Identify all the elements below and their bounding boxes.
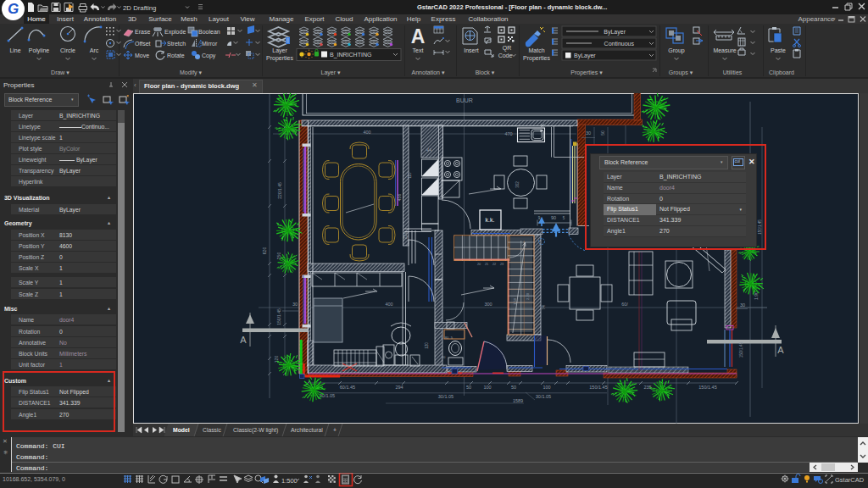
svg-text:Polyline: Polyline (29, 47, 50, 54)
svg-text:Layer: Layer (272, 47, 287, 54)
svg-text:Properties: Properties (266, 55, 293, 62)
svg-text:ByLayer: ByLayer (604, 29, 626, 36)
svg-text:Continuous: Continuous (604, 41, 635, 47)
svg-text:Measure: Measure (713, 47, 736, 53)
svg-text:400: 400 (363, 130, 370, 135)
svg-text:150/1.45: 150/1.45 (739, 341, 743, 358)
svg-text:150/1.45: 150/1.45 (698, 385, 716, 390)
svg-text:Stretch: Stretch (167, 41, 186, 47)
svg-text:B_INRICHTING: B_INRICHTING (330, 52, 371, 58)
svg-text:2D Drafting: 2D Drafting (123, 4, 156, 12)
svg-text:Rotate: Rotate (167, 53, 185, 58)
svg-text:110: 110 (408, 172, 412, 179)
svg-text:456: 456 (397, 194, 402, 202)
svg-text:Circle: Circle (60, 47, 75, 53)
svg-text:BUUR: BUUR (456, 97, 473, 103)
svg-text:Match: Match (528, 47, 544, 53)
svg-text:1:500: 1:500 (281, 477, 298, 485)
svg-text:60/1.45: 60/1.45 (340, 385, 355, 390)
svg-text:236: 236 (403, 232, 408, 240)
svg-text:20: 20 (477, 263, 481, 266)
svg-text:21: 21 (485, 263, 488, 266)
svg-text:2.20: 2.20 (526, 292, 530, 300)
svg-text:30: 30 (586, 130, 591, 136)
svg-text:100: 100 (483, 385, 491, 390)
svg-text:Erase: Erase (135, 29, 150, 35)
svg-text:5: 5 (563, 216, 565, 220)
svg-text:QR: QR (503, 45, 512, 52)
svg-text:44: 44 (426, 147, 431, 152)
svg-text:Arc: Arc (90, 47, 99, 53)
svg-text:90: 90 (442, 355, 446, 359)
svg-text:235: 235 (643, 385, 651, 390)
svg-text:300: 300 (484, 302, 492, 307)
svg-text:150/1.45: 150/1.45 (276, 308, 281, 325)
svg-text:Insert: Insert (464, 47, 479, 53)
svg-text:ByLayer: ByLayer (574, 53, 596, 59)
svg-text:Mirror: Mirror (202, 41, 218, 47)
svg-text:1589: 1589 (513, 398, 523, 403)
svg-text:30: 30 (292, 302, 298, 307)
svg-text:k.k.: k.k. (486, 217, 495, 223)
svg-text:30: 30 (740, 302, 745, 308)
svg-text:400: 400 (385, 302, 392, 307)
svg-text:1.50: 1.50 (513, 297, 517, 305)
svg-text:A: A (411, 25, 426, 47)
svg-text:60/: 60/ (621, 302, 628, 307)
svg-text:Move: Move (135, 53, 149, 58)
svg-text:470: 470 (504, 131, 512, 136)
svg-text:A: A (240, 335, 247, 345)
svg-text:74: 74 (541, 305, 546, 310)
svg-text:23: 23 (500, 263, 504, 266)
svg-text:Code: Code (498, 53, 513, 58)
svg-text:Properties: Properties (523, 55, 550, 62)
svg-text:100: 100 (542, 385, 550, 390)
svg-text:Explode: Explode (164, 29, 186, 36)
svg-text:90: 90 (551, 215, 556, 220)
svg-text:Copy: Copy (202, 53, 216, 59)
svg-text:Paste: Paste (771, 47, 786, 53)
svg-text:120: 120 (425, 342, 429, 349)
svg-text:50: 50 (466, 385, 471, 390)
svg-text:50: 50 (600, 130, 605, 136)
svg-text:Offset: Offset (135, 41, 151, 47)
svg-text:Text: Text (413, 47, 424, 53)
svg-text:30/1.05: 30/1.05 (536, 394, 551, 399)
svg-text:A: A (777, 345, 784, 355)
svg-text:Group: Group (668, 47, 685, 54)
svg-text:150/1.45: 150/1.45 (589, 385, 607, 390)
svg-text:294: 294 (395, 385, 403, 390)
svg-text:620: 620 (262, 247, 267, 255)
svg-text:Boolean: Boolean (198, 29, 220, 35)
svg-text:Line: Line (9, 47, 20, 53)
svg-text:30/1.05: 30/1.05 (438, 394, 453, 399)
svg-text:22: 22 (492, 263, 496, 266)
svg-text:220/1.45: 220/1.45 (277, 182, 282, 199)
svg-text:250: 250 (276, 252, 281, 260)
svg-text:302: 302 (515, 181, 520, 188)
svg-text:50: 50 (511, 385, 516, 390)
